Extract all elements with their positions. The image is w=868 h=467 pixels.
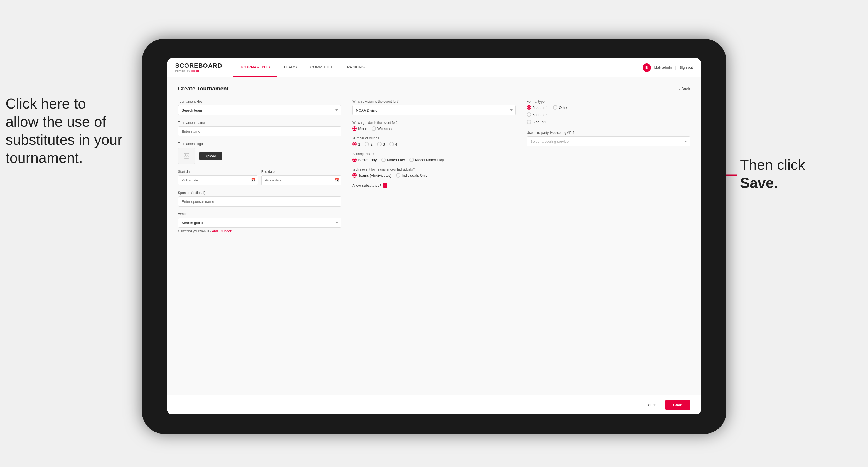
gender-mens-radio[interactable] <box>352 126 357 131</box>
logo-powered: Powered by clippd <box>175 69 222 72</box>
allow-substitutes-group: Allow substitutes? ✓ <box>352 183 516 188</box>
format-other-radio[interactable] <box>553 105 557 110</box>
main-content: Create Tournament ‹ Back Tournament Host… <box>167 77 701 396</box>
tournament-name-label: Tournament name <box>178 121 341 125</box>
third-party-label: Use third-party live scoring API? <box>527 131 690 135</box>
allow-substitutes-item[interactable]: Allow substitutes? ✓ <box>352 183 516 188</box>
rounds-4[interactable]: 4 <box>389 142 397 146</box>
end-date-label: End date <box>261 170 341 174</box>
format-5count4[interactable]: 5 count 4 <box>527 105 548 110</box>
logo-upload-area: Upload <box>178 148 341 164</box>
form-col2: Which division is the event for? NCAA Di… <box>352 100 516 239</box>
end-date-wrap: 📅 <box>261 175 341 185</box>
page-title: Create Tournament <box>178 86 229 92</box>
rounds-1[interactable]: 1 <box>352 142 360 146</box>
format-row-3: 6 count 5 <box>527 120 690 124</box>
tournament-name-input[interactable] <box>178 126 341 136</box>
logo-placeholder <box>178 148 195 164</box>
scoring-service-select[interactable]: Select a scoring service <box>527 136 690 146</box>
gender-mens[interactable]: Mens <box>352 126 367 131</box>
rounds-1-radio[interactable] <box>352 142 357 146</box>
sponsor-group: Sponsor (optional) <box>178 191 341 207</box>
format-options: 5 count 4 Other <box>527 105 690 124</box>
scoring-medal-match[interactable]: Medal Match Play <box>409 158 444 162</box>
venue-label: Venue <box>178 212 341 216</box>
tablet-frame: SCOREBOARD Powered by clippd TOURNAMENTS… <box>142 39 726 434</box>
scoring-stroke[interactable]: Stroke Play <box>352 158 376 162</box>
user-avatar: B <box>643 63 651 72</box>
venue-cant-find: Can't find your venue? email support <box>178 229 341 233</box>
tournament-host-label: Tournament Host <box>178 100 341 103</box>
back-button[interactable]: ‹ Back <box>679 87 690 91</box>
event-individuals-radio[interactable] <box>396 173 400 178</box>
image-icon <box>183 153 190 159</box>
event-type-radio-group: Teams (+Individuals) Individuals Only <box>352 173 516 178</box>
sign-out-link[interactable]: Sign out <box>680 65 693 69</box>
logo-area: SCOREBOARD Powered by clippd <box>175 63 222 72</box>
third-party-group: Use third-party live scoring API? Select… <box>527 131 690 146</box>
gender-group: Which gender is the event for? Mens Wome… <box>352 121 516 131</box>
sponsor-input[interactable] <box>178 196 341 207</box>
format-5count4-radio[interactable] <box>527 105 531 110</box>
format-6count4[interactable]: 6 count 4 <box>527 113 548 117</box>
division-group: Which division is the event for? NCAA Di… <box>352 100 516 115</box>
save-button[interactable]: Save <box>665 400 690 410</box>
event-individuals[interactable]: Individuals Only <box>396 173 428 178</box>
venue-select[interactable]: Search golf club <box>178 218 341 228</box>
rounds-2-radio[interactable] <box>365 142 369 146</box>
sponsor-label: Sponsor (optional) <box>178 191 341 195</box>
format-other[interactable]: Other <box>553 105 568 110</box>
rounds-label: Number of rounds <box>352 136 516 140</box>
gender-womens-radio[interactable] <box>372 126 376 131</box>
format-type-group: Format type 5 count 4 Other <box>527 100 690 124</box>
nav-teams[interactable]: TEAMS <box>277 58 303 77</box>
tournament-host-group: Tournament Host Search team <box>178 100 341 115</box>
tournament-logo-group: Tournament logo Upload <box>178 142 341 164</box>
format-6count5-radio[interactable] <box>527 120 531 124</box>
start-date-calendar-icon: 📅 <box>251 178 256 183</box>
upload-button[interactable]: Upload <box>199 152 222 160</box>
nav-right: B blair admin | Sign out <box>643 63 693 72</box>
gender-womens[interactable]: Womens <box>372 126 392 131</box>
event-teams-radio[interactable] <box>352 173 357 178</box>
rounds-2[interactable]: 2 <box>365 142 372 146</box>
scoring-radio-group: Stroke Play Match Play Medal Match Play <box>352 158 516 162</box>
scoring-match-radio[interactable] <box>381 158 386 162</box>
page-header: Create Tournament ‹ Back <box>178 86 690 92</box>
division-select[interactable]: NCAA Division I <box>352 105 516 115</box>
nav-tournaments[interactable]: TOURNAMENTS <box>233 58 277 77</box>
scoring-group: Scoring system Stroke Play Match Play <box>352 152 516 162</box>
logo-scoreboard: SCOREBOARD <box>175 63 222 69</box>
form-col3: Format type 5 count 4 Other <box>527 100 690 239</box>
rounds-3-radio[interactable] <box>377 142 381 146</box>
cancel-button[interactable]: Cancel <box>641 401 662 409</box>
scoring-match[interactable]: Match Play <box>381 158 405 162</box>
venue-group: Venue Search golf club Can't find your v… <box>178 212 341 233</box>
format-type-label: Format type <box>527 100 690 103</box>
tournament-name-group: Tournament name <box>178 121 341 136</box>
format-6count5[interactable]: 6 count 5 <box>527 120 548 124</box>
gender-radio-group: Mens Womens <box>352 126 516 131</box>
end-date-input[interactable] <box>261 175 341 185</box>
venue-email-support-link[interactable]: email support <box>212 229 232 233</box>
rounds-radio-group: 1 2 3 <box>352 142 516 146</box>
nav-committee[interactable]: COMMITTEE <box>304 58 340 77</box>
start-date-wrap: 📅 <box>178 175 258 185</box>
annotation-right: Then click Save. <box>740 156 851 192</box>
rounds-group: Number of rounds 1 2 <box>352 136 516 146</box>
tournament-host-select[interactable]: Search team <box>178 105 341 115</box>
event-teams[interactable]: Teams (+Individuals) <box>352 173 392 178</box>
rounds-3[interactable]: 3 <box>377 142 385 146</box>
start-date-input[interactable] <box>178 175 258 185</box>
allow-substitutes-checkbox[interactable]: ✓ <box>383 183 388 188</box>
scoring-medal-match-radio[interactable] <box>409 158 414 162</box>
form-col1: Tournament Host Search team Tournament n… <box>178 100 341 239</box>
format-6count4-radio[interactable] <box>527 113 531 117</box>
form-grid: Tournament Host Search team Tournament n… <box>178 100 690 239</box>
rounds-4-radio[interactable] <box>389 142 394 146</box>
nav-rankings[interactable]: RANKINGS <box>340 58 374 77</box>
form-footer: Cancel Save <box>167 395 701 414</box>
user-name: blair admin <box>654 65 672 69</box>
date-row: Start date 📅 End date 📅 <box>178 170 341 185</box>
scoring-stroke-radio[interactable] <box>352 158 357 162</box>
